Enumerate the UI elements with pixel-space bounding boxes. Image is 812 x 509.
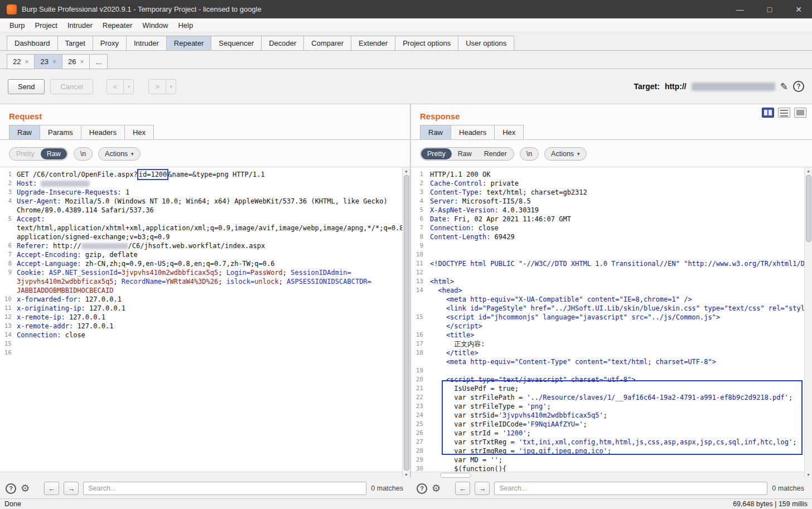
code-line[interactable]: <meta http-equiv="Content-Type" content=… [411,357,804,366]
code-line[interactable]: 10 [411,250,804,259]
request-tab-headers[interactable]: Headers [81,125,125,139]
forward-button[interactable]: > ▾ [148,79,176,94]
code-line[interactable]: application/signed-exchange;v=b3;q=0.9 [0,232,402,241]
tab-decoder[interactable]: Decoder [261,36,304,50]
code-line[interactable]: 4Server: Microsoft-IIS/8.5 [411,197,804,206]
side-by-side-view-icon[interactable] [762,108,774,118]
code-line[interactable]: 15 [0,340,402,348]
tab-sequencer[interactable]: Sequencer [211,36,262,50]
code-line[interactable]: 17 正文内容: [411,340,804,348]
code-line[interactable]: 3jvpvhs410m2wdbbficax5q5; RecordName=YWR… [0,277,402,286]
repeater-tab-23[interactable]: 23× [34,54,62,69]
back-button[interactable]: < ▾ [107,79,134,94]
code-line[interactable]: 12 [411,268,804,277]
code-line[interactable]: 2Host: [0,179,402,188]
code-line[interactable]: 1HTTP/1.1 200 OK [411,170,804,179]
code-line[interactable]: 4User-Agent: Mozilla/5.0 (Windows NT 10.… [0,197,402,206]
scroll-up-icon[interactable]: ▲ [805,167,812,174]
menu-help[interactable]: Help [173,20,198,31]
code-line[interactable]: 29 var MD = ''; [411,455,804,464]
maximize-button[interactable]: □ [767,5,772,14]
code-line[interactable]: <meta http-equiv="X-UA-Compatible" conte… [411,295,804,304]
previous-match-button[interactable]: ← [44,482,59,495]
close-tab-icon[interactable]: × [25,59,28,65]
request-tab-raw[interactable]: Raw [9,125,40,139]
code-line[interactable]: 14 <head> [411,286,804,295]
code-line[interactable]: 11x-originating-ip: 127.0.0.1 [0,304,402,313]
code-line[interactable]: JABBIADDOBMBBIDHOCBECAID [0,286,402,295]
code-line[interactable]: 3Content-Type: text/html; charset=gb2312 [411,188,804,197]
newline-button[interactable]: \n [520,147,539,161]
tab-proxy[interactable]: Proxy [93,36,127,50]
code-line[interactable]: 18 </title> [411,348,804,357]
previous-match-button[interactable]: ← [455,482,470,495]
code-line[interactable]: 8Accept-Language: zh-CN,zh;q=0.9,en-US;q… [0,259,402,268]
request-vertical-scrollbar[interactable]: ▲ ▼ [402,167,410,478]
code-line[interactable]: 19 [411,366,804,375]
view-raw-chip[interactable]: Raw [41,148,67,159]
menu-burp[interactable]: Burp [4,20,30,31]
code-line[interactable]: 7Accept-Encoding: gzip, deflate [0,250,402,259]
code-line[interactable]: 2Cache-Control: private [411,179,804,188]
response-search-input[interactable] [494,482,767,495]
code-line[interactable]: 9 [411,241,804,250]
actions-button[interactable]: Actions▾ [544,147,587,161]
tab-extender[interactable]: Extender [351,36,395,50]
code-line[interactable]: 8Content-Length: 69429 [411,232,804,241]
response-horizontal-scrollbar[interactable] [411,472,804,478]
scroll-down-icon[interactable]: ▼ [403,471,410,478]
tab-comparer[interactable]: Comparer [303,36,351,50]
code-line[interactable]: 9Cookie: ASP.NET_SessionId=3jvpvhs410m2w… [0,268,402,277]
code-line[interactable]: 23 var strFileType = 'png'; [411,402,804,411]
tab-target[interactable]: Target [57,36,93,50]
code-line[interactable]: 21 IsUsePdf = true; [411,384,804,393]
scrollbar-thumb[interactable] [404,175,409,471]
scrollbar-thumb[interactable] [806,175,811,242]
request-editor-content[interactable]: 1GET /C6/control/OpenFile.aspx?id=1200&n… [0,167,402,472]
tab-repeater[interactable]: Repeater [166,36,211,50]
code-line[interactable]: 30 $(function(){ [411,464,804,472]
chevron-down-icon[interactable]: ▾ [123,80,133,94]
single-view-icon[interactable] [794,108,806,118]
tab-project-options[interactable]: Project options [395,36,458,50]
menu-repeater[interactable]: Repeater [98,20,137,31]
code-line[interactable]: 16 <title> [411,331,804,340]
code-line[interactable]: 28 var strImgReg = 'jpg,gif,jpeg,png,ico… [411,447,804,455]
request-horizontal-scrollbar[interactable] [0,472,402,478]
edit-target-pencil-icon[interactable]: ✎ [780,81,788,93]
view-render-chip[interactable]: Render [478,148,513,159]
repeater-tab-more[interactable]: ... [89,54,108,69]
response-tab-raw[interactable]: Raw [420,125,451,139]
code-line[interactable]: 22 var strFilePath = '../Resource/slaves… [411,393,804,402]
tab-dashboard[interactable]: Dashboard [7,36,58,50]
code-line[interactable]: 1GET /C6/control/OpenFile.aspx?id=1200&n… [0,170,402,179]
menu-intruder[interactable]: Intruder [62,20,98,31]
settings-gear-icon[interactable]: ⚙ [21,482,30,495]
minimize-button[interactable]: — [736,5,744,14]
settings-gear-icon[interactable]: ⚙ [432,482,441,495]
response-editor-content[interactable]: 1HTTP/1.1 200 OK2Cache-Control: private3… [411,167,804,472]
repeater-tab-26[interactable]: 26× [62,54,90,69]
close-tab-icon[interactable]: × [52,59,56,65]
actions-button[interactable]: Actions▾ [98,147,141,161]
code-line[interactable]: 11<!DOCTYPE html PUBLIC "-//W3C//DTD XHT… [411,259,804,268]
code-line[interactable]: 7Connection: close [411,224,804,232]
code-line[interactable]: 6Referer: http:///C6/jhsoft.web.workflat… [0,241,402,250]
tab-intruder[interactable]: Intruder [126,36,167,50]
close-button[interactable]: ✕ [795,5,802,14]
help-icon[interactable]: ? [417,483,427,494]
code-line[interactable]: 26 var strId = '1200'; [411,429,804,438]
code-line[interactable]: 12x-remote-ip: 127.0.0.1 [0,313,402,322]
repeater-tab-22[interactable]: 22× [7,54,35,69]
help-icon[interactable]: ? [793,81,804,92]
code-line[interactable]: </script> [411,322,804,331]
request-tab-params[interactable]: Params [40,125,81,139]
code-line[interactable]: 6Date: Fri, 02 Apr 2021 11:46:07 GMT [411,215,804,224]
menu-window[interactable]: Window [137,20,173,31]
code-line[interactable]: 27 var strTxtReg = 'txt,ini,xml,config,h… [411,438,804,447]
scroll-up-icon[interactable]: ▲ [403,167,410,174]
scrollbar-thumb[interactable] [440,473,471,478]
view-pretty-chip[interactable]: Pretty [421,148,452,159]
request-search-input[interactable] [83,482,366,495]
code-line[interactable]: 3Upgrade-Insecure-Requests: 1 [0,188,402,197]
